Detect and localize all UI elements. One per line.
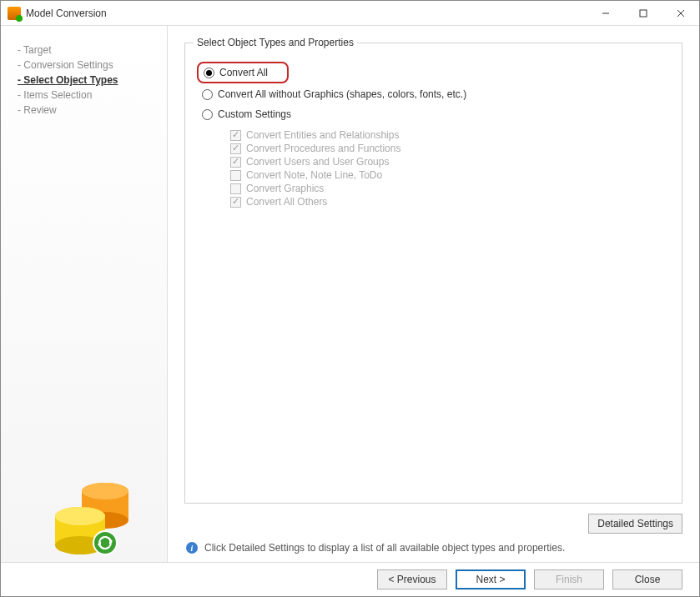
close-window-button[interactable]: [662, 1, 699, 25]
checkbox-icon: [230, 197, 241, 208]
check-note: Convert Note, Note Line, ToDo: [230, 168, 670, 182]
sidebar-db-icon: [43, 474, 143, 558]
checkbox-icon: [230, 170, 241, 181]
previous-button[interactable]: < Previous: [377, 569, 447, 589]
radio-icon: [202, 109, 213, 120]
check-procedures: Convert Procedures and Functions: [230, 142, 670, 155]
radio-icon: [202, 89, 213, 100]
step-items-selection[interactable]: - Items Selection: [18, 88, 159, 103]
info-icon: i: [186, 542, 198, 554]
step-conversion-settings[interactable]: - Conversion Settings: [18, 58, 159, 73]
wizard-sidebar: - Target - Conversion Settings - Select …: [1, 26, 168, 562]
radio-without-graphics[interactable]: Convert All without Graphics (shapes, co…: [197, 85, 670, 103]
model-conversion-window: Model Conversion - Target - Conversion S…: [0, 0, 700, 597]
checkbox-icon: [230, 183, 241, 194]
window-title: Model Conversion: [26, 8, 107, 19]
step-review[interactable]: - Review: [18, 103, 159, 118]
object-types-groupbox: Select Object Types and Properties Conve…: [184, 43, 682, 504]
checkbox-icon: [230, 157, 241, 168]
svg-point-11: [55, 507, 105, 525]
checkbox-label: Convert Entities and Relationships: [246, 129, 399, 141]
step-select-object-types[interactable]: - Select Object Types: [18, 73, 159, 88]
radio-convert-all[interactable]: Convert All: [197, 62, 289, 83]
next-button[interactable]: Next >: [456, 569, 526, 589]
svg-rect-1: [640, 10, 647, 17]
checkbox-label: Convert Procedures and Functions: [246, 143, 400, 154]
wizard-main: Select Object Types and Properties Conve…: [168, 26, 699, 562]
check-others: Convert All Others: [230, 195, 670, 208]
wizard-footer: < Previous Next > Finish Close: [1, 563, 699, 596]
app-icon: [8, 7, 21, 20]
groupbox-title: Select Object Types and Properties: [194, 37, 357, 48]
check-graphics: Convert Graphics: [230, 182, 670, 195]
detailed-settings-button[interactable]: Detailed Settings: [588, 514, 682, 534]
checkbox-icon: [230, 143, 241, 154]
checkbox-label: Convert Graphics: [246, 183, 324, 194]
check-entities: Convert Entities and Relationships: [230, 128, 670, 142]
radio-icon: [204, 68, 214, 78]
close-button[interactable]: Close: [612, 569, 682, 589]
check-users: Convert Users and User Groups: [230, 155, 670, 168]
minimize-button[interactable]: [587, 1, 624, 25]
radio-custom-settings[interactable]: Custom Settings: [197, 105, 670, 123]
wizard-body: - Target - Conversion Settings - Select …: [1, 26, 699, 563]
window-controls: [587, 1, 699, 25]
checkbox-label: Convert Users and User Groups: [246, 156, 389, 168]
checkbox-label: Convert Note, Note Line, ToDo: [246, 169, 382, 181]
detailed-settings-row: Detailed Settings: [184, 514, 682, 534]
checkbox-icon: [230, 130, 241, 141]
svg-point-12: [93, 531, 117, 554]
custom-subchecks: Convert Entities and Relationships Conve…: [230, 128, 670, 208]
svg-point-7: [82, 483, 128, 499]
maximize-button[interactable]: [624, 1, 662, 25]
radio-label: Convert All: [219, 67, 268, 78]
hint-row: i Click Detailed Settings to display a l…: [184, 542, 682, 554]
checkbox-label: Convert All Others: [246, 196, 327, 208]
step-target[interactable]: - Target: [18, 43, 159, 58]
radio-label: Custom Settings: [218, 108, 291, 120]
finish-button: Finish: [534, 569, 604, 589]
radio-label: Convert All without Graphics (shapes, co…: [218, 88, 466, 100]
titlebar: Model Conversion: [1, 1, 699, 26]
below-group-area: Detailed Settings i Click Detailed Setti…: [184, 514, 682, 554]
hint-text: Click Detailed Settings to display a lis…: [204, 542, 565, 554]
